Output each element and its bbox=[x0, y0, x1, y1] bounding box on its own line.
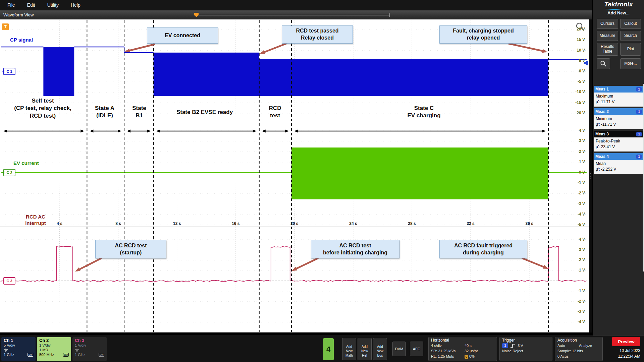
measurement-card-meas1[interactable]: Meas 1 1 Maximum μ': 11.71 V bbox=[594, 86, 643, 107]
zoom-button[interactable] bbox=[597, 58, 610, 69]
meas-source-badge: 1 bbox=[636, 87, 642, 92]
time-tick-label: 36 s bbox=[523, 221, 536, 226]
channel-name: Ch 3 bbox=[75, 338, 104, 343]
trigger-level: 3 V bbox=[518, 344, 523, 348]
state-label-state-c: State C EV charging bbox=[358, 105, 490, 120]
callout-ac-rcd-test-before-charging[interactable]: AC RCD test before initiating charging bbox=[311, 240, 399, 258]
waveform-view-titlebar[interactable]: Waveform View bbox=[0, 10, 592, 19]
sample-resolution: 32 μs/pt bbox=[465, 349, 494, 353]
trigger-source-badge[interactable]: T bbox=[2, 23, 9, 30]
acquisition-panel[interactable]: Acquisition Auto Analyze Sample: 12 bits… bbox=[555, 337, 603, 361]
meas-value: μ': -2.252 V bbox=[596, 167, 641, 172]
scale-label: -1 V bbox=[566, 289, 585, 293]
add-new-math-button[interactable]: AddNewMath bbox=[342, 338, 356, 360]
menu-utility[interactable]: Utility bbox=[43, 1, 63, 9]
channel-scale: 1 V/div bbox=[39, 343, 51, 347]
ev-current-label: EV current bbox=[13, 160, 39, 166]
wave-count-button[interactable]: 4 bbox=[323, 338, 334, 360]
trigger-panel[interactable]: Trigger 1 3 V Noise Reject bbox=[499, 337, 552, 361]
scale-label: 4 V bbox=[566, 128, 585, 133]
bw-limit-badge: Bw bbox=[99, 353, 104, 357]
measurement-card-meas3[interactable]: Meas 3 1 Peak-to-Peak μ': 23.41 V bbox=[594, 131, 643, 152]
meas-source-badge: 1 bbox=[636, 110, 642, 114]
time-tick-label: 4 s bbox=[53, 221, 66, 226]
meas-name: Meas 2 bbox=[595, 109, 609, 114]
ground-coupling-icon bbox=[75, 348, 79, 352]
panel-scrollbar[interactable] bbox=[643, 84, 644, 272]
results-table-button[interactable]: Results Table bbox=[597, 43, 618, 56]
state-label-state-b2: State B2 EVSE ready bbox=[154, 109, 255, 116]
callout-text: AC RCD test bbox=[311, 242, 399, 249]
meas-source-badge: 1 bbox=[636, 132, 642, 136]
channel-bandwidth: 1 GHz bbox=[4, 353, 14, 357]
add-new-bus-button[interactable]: AddNewBus bbox=[373, 338, 387, 360]
scale-label: 3 V bbox=[566, 247, 585, 252]
meas-stat: Minimum bbox=[596, 116, 641, 122]
callout-text: (startup) bbox=[96, 249, 166, 256]
scale-label: 20 V bbox=[566, 27, 585, 32]
waveform-canvas[interactable] bbox=[0, 19, 589, 333]
scale-label: -4 V bbox=[566, 212, 585, 217]
scale-label: 0 V bbox=[566, 69, 585, 73]
more-button[interactable]: More... bbox=[620, 58, 641, 69]
menu-edit[interactable]: Edit bbox=[22, 1, 40, 9]
callout-fault-charging-stopped[interactable]: Fault, charging stopped relay opened bbox=[439, 25, 527, 44]
scale-label: 0 V bbox=[566, 170, 585, 175]
scale-label: -5 V bbox=[566, 79, 585, 84]
menu-file[interactable]: File bbox=[3, 1, 20, 9]
callout-button[interactable]: Callout bbox=[620, 19, 641, 29]
channel-bandwidth: 1 GHz bbox=[75, 353, 85, 357]
search-button[interactable]: Search bbox=[620, 31, 641, 41]
channel3-card[interactable]: Ch 3 1 V/div 1 GHz Bw bbox=[72, 337, 107, 361]
scale-label: -5 V bbox=[566, 222, 585, 227]
add-new-ref-button[interactable]: AddNewRef bbox=[358, 338, 372, 360]
panel-splitter[interactable] bbox=[589, 19, 592, 333]
cp-signal-label: CP signal bbox=[10, 37, 33, 43]
meas-stat: Mean bbox=[596, 161, 641, 167]
record-view-bar[interactable] bbox=[196, 15, 390, 15]
horizontal-window: 40 s bbox=[465, 344, 494, 348]
scale-label: -2 V bbox=[566, 299, 585, 304]
channel2-badge[interactable]: C 2 bbox=[3, 169, 15, 176]
acquisition-count: 0 Acqs bbox=[557, 354, 569, 358]
measurement-card-meas2[interactable]: Meas 2 1 Minimum μ': -11.71 V bbox=[594, 108, 643, 129]
scale-label: 1 V bbox=[566, 268, 585, 273]
scale-label: 2 V bbox=[566, 149, 585, 154]
trigger-position-marker[interactable] bbox=[194, 13, 199, 17]
measurement-card-meas4[interactable]: Meas 4 1 Mean μ': -2.252 V bbox=[594, 153, 643, 174]
preview-button[interactable]: Preview bbox=[612, 337, 640, 346]
scale-label: -20 V bbox=[566, 111, 585, 115]
plot-button[interactable]: Plot bbox=[620, 43, 641, 56]
meas-value: μ': 11.71 V bbox=[596, 99, 641, 105]
waveform-plot-area[interactable]: T C 1 C 2 C 3 CP signal EV current RCD A… bbox=[0, 19, 589, 333]
callout-rcd-test-passed[interactable]: RCD test passed Relay closed bbox=[282, 25, 353, 44]
callout-text: AC RCD fault triggered bbox=[440, 242, 527, 249]
horizontal-panel[interactable]: Horizontal 4 s/div 40 s SR: 31.25 kS/s 3… bbox=[428, 337, 497, 361]
time-tick-label: 32 s bbox=[464, 221, 477, 226]
record-end-tick bbox=[389, 13, 390, 17]
trigger-source-badge: 1 bbox=[502, 343, 508, 348]
callout-text: before initiating charging bbox=[311, 249, 399, 256]
channel1-card[interactable]: Ch 1 5 V/div 1 GHz Bw bbox=[1, 337, 36, 361]
callout-ev-connected[interactable]: EV connected bbox=[147, 27, 218, 44]
time-display: 11:22:34 AM bbox=[599, 354, 640, 359]
channel-scale: 1 V/div bbox=[75, 343, 86, 347]
measure-button[interactable]: Measure bbox=[597, 31, 618, 41]
afg-button[interactable]: AFG bbox=[410, 342, 423, 356]
channel-impedance: 1 MΩ bbox=[39, 348, 48, 352]
callout-ac-rcd-test-startup[interactable]: AC RCD test (startup) bbox=[95, 240, 166, 258]
callout-ac-rcd-fault-during-charging[interactable]: AC RCD fault triggered during charging bbox=[439, 240, 527, 258]
acquisition-analyze: Analyze bbox=[579, 344, 600, 348]
bw-limit-badge: Bw bbox=[28, 353, 33, 357]
callout-text: Fault, charging stopped bbox=[440, 27, 527, 35]
date-display: 10 Jul 2023 bbox=[599, 348, 640, 353]
acquisition-sample: Sample: 12 bits bbox=[557, 349, 583, 353]
cursors-button[interactable]: Cursors bbox=[597, 19, 618, 29]
channel1-badge[interactable]: C 1 bbox=[3, 68, 15, 75]
dvm-button[interactable]: DVM bbox=[392, 342, 406, 356]
meas-stat: Peak-to-Peak bbox=[596, 138, 641, 144]
channel3-badge[interactable]: C 3 bbox=[3, 277, 15, 285]
channel2-card[interactable]: Ch 2 1 V/div 1 MΩ 500 MHz Bw bbox=[37, 337, 71, 361]
menu-help[interactable]: Help bbox=[66, 1, 85, 9]
meas-name: Meas 1 bbox=[595, 87, 609, 92]
